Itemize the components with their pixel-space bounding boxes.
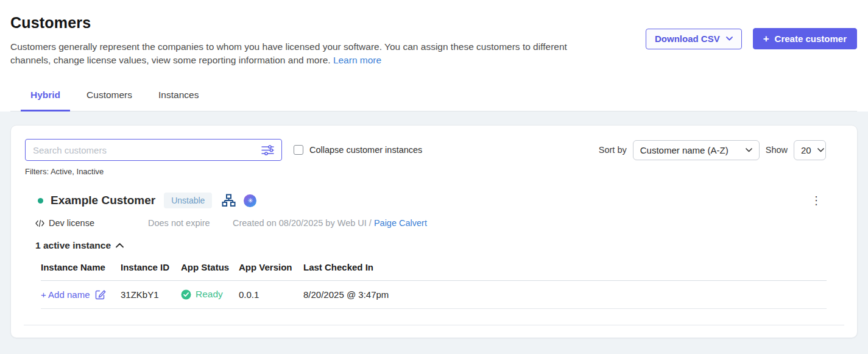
customer-list-item: Example Customer Unstable (24, 193, 844, 325)
page-description: Customers generally represent the compan… (10, 40, 598, 67)
license-type: Dev license (35, 218, 148, 228)
tab-bar: Hybrid Customers Instances (10, 90, 857, 112)
chevron-down-icon (817, 148, 824, 152)
toolbar-right: Sort by Customer name (A-Z) Show 20 (599, 140, 843, 160)
kebab-menu-icon[interactable]: ⋮ (807, 195, 825, 206)
col-app-version: App Version (239, 262, 303, 272)
instances-toggle[interactable]: 1 active instance (35, 240, 124, 251)
created-info-text: Created on 08/20/2025 by Web UI / (233, 218, 374, 228)
last-checked-in-cell: 8/20/2025 @ 3:47pm (303, 289, 827, 300)
tab-hybrid[interactable]: Hybrid (21, 90, 70, 112)
active-filters-text: Filters: Active, Inactive (11, 167, 857, 176)
create-customer-label: Create customer (775, 34, 847, 44)
instances-table-header: Instance Name Instance ID App Status App… (41, 262, 827, 281)
channel-badge: Unstable (164, 193, 212, 208)
kubernetes-icon: ✳ (244, 194, 256, 207)
search-box (25, 139, 282, 161)
toolbar: Collapse customer instances Sort by Cust… (11, 139, 857, 161)
plus-icon: + (763, 33, 769, 45)
tab-customers[interactable]: Customers (77, 90, 142, 112)
chevron-up-icon (116, 243, 124, 248)
page-header: Customers Customers generally represent … (0, 0, 868, 112)
collapse-instances-group: Collapse customer instances (294, 145, 422, 155)
check-circle-icon (181, 289, 191, 300)
create-customer-button[interactable]: + Create customer (753, 28, 857, 49)
col-last-checked-in: Last Checked In (303, 262, 827, 272)
content-area: Collapse customer instances Sort by Cust… (0, 112, 868, 338)
edit-icon[interactable] (95, 289, 106, 300)
learn-more-link[interactable]: Learn more (333, 55, 381, 65)
download-csv-button[interactable]: Download CSV (646, 29, 742, 49)
license-info-row: Dev license Does not expire Created on 0… (35, 218, 844, 228)
install-type-icons: ✳ (222, 194, 256, 207)
add-name-link[interactable]: + Add name (41, 289, 90, 300)
tab-instances[interactable]: Instances (149, 90, 208, 112)
code-icon (35, 219, 44, 227)
app-status-cell: Ready (181, 289, 239, 300)
app-status-label: Ready (196, 289, 223, 300)
header-actions: Download CSV + Create customer (646, 28, 857, 49)
show-label: Show (766, 145, 788, 155)
created-info: Created on 08/20/2025 by Web UI / Paige … (233, 218, 427, 228)
page-description-text: Customers generally represent the compan… (10, 41, 567, 65)
org-chart-icon (222, 194, 236, 207)
show-value: 20 (801, 145, 811, 155)
instances-summary-label: 1 active instance (35, 240, 111, 251)
customer-header-row: Example Customer Unstable (35, 193, 844, 208)
sort-by-select[interactable]: Customer name (A-Z) (633, 140, 760, 160)
search-input[interactable] (33, 145, 261, 155)
add-name-cell: + Add name (41, 289, 121, 300)
collapse-instances-label: Collapse customer instances (309, 145, 422, 155)
collapse-instances-checkbox[interactable] (294, 145, 303, 155)
app-version-cell: 0.0.1 (239, 289, 303, 300)
customer-name[interactable]: Example Customer (51, 194, 155, 207)
chevron-down-icon (726, 37, 733, 41)
license-type-label: Dev license (49, 218, 94, 228)
active-status-dot (38, 198, 43, 204)
col-instance-name: Instance Name (41, 262, 121, 272)
sort-by-label: Sort by (599, 145, 627, 155)
col-instance-id: Instance ID (121, 262, 181, 272)
created-by-link[interactable]: Paige Calvert (374, 218, 427, 228)
col-app-status: App Status (181, 262, 239, 272)
instance-row: + Add name 31ZKbY1 Ready (41, 281, 827, 309)
show-select[interactable]: 20 (794, 140, 826, 160)
license-expiry: Does not expire (148, 218, 233, 228)
chevron-down-icon (746, 148, 752, 152)
instances-table: Instance Name Instance ID App Status App… (41, 262, 827, 309)
download-csv-label: Download CSV (655, 34, 720, 44)
customers-card: Collapse customer instances Sort by Cust… (10, 125, 858, 338)
instance-id-cell: 31ZKbY1 (121, 289, 181, 300)
sort-by-value: Customer name (A-Z) (640, 145, 729, 155)
filter-sliders-icon[interactable] (261, 144, 274, 156)
